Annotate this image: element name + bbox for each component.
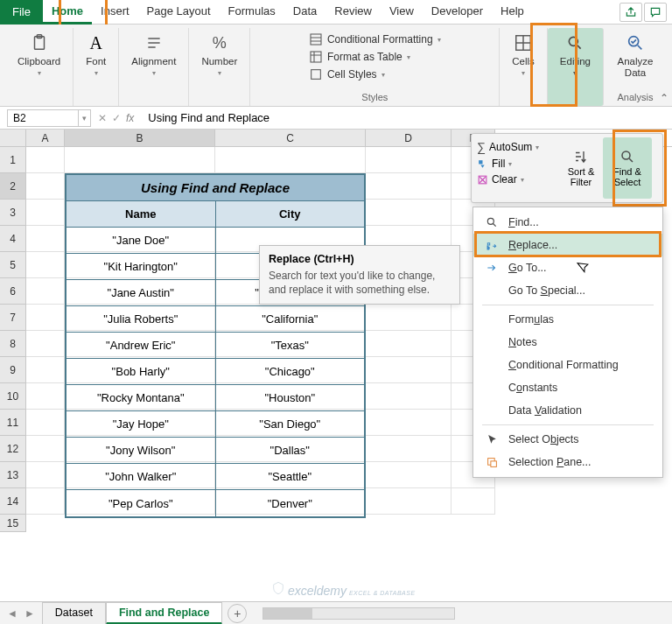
sort-filter-button[interactable]: Sort & Filter bbox=[559, 137, 603, 199]
cell-name[interactable]: "Bob Harly" bbox=[66, 359, 216, 385]
row-header[interactable]: 13 bbox=[0, 462, 26, 488]
sheet-tab-dataset[interactable]: Dataset bbox=[42, 602, 106, 625]
tab-nav-next-icon[interactable]: ► bbox=[24, 607, 35, 620]
cells-icon bbox=[514, 32, 533, 54]
menu-conditional-formatting[interactable]: Conditional Formatting bbox=[473, 354, 662, 376]
row-header[interactable]: 12 bbox=[0, 436, 26, 462]
cell-city[interactable]: "Denver" bbox=[216, 490, 365, 516]
tab-formulas[interactable]: Formulas bbox=[220, 0, 284, 25]
tab-nav-prev-icon[interactable]: ◄ bbox=[7, 607, 18, 620]
row-header[interactable]: 4 bbox=[0, 226, 26, 252]
format-as-table-button[interactable]: Format as Table ▾ bbox=[307, 49, 443, 65]
tab-review[interactable]: Review bbox=[326, 0, 381, 25]
cell-name[interactable]: "Andrew Eric" bbox=[66, 333, 216, 359]
svg-point-6 bbox=[570, 37, 578, 46]
clipboard-button[interactable]: Clipboard ▾ bbox=[12, 30, 66, 79]
collapse-ribbon-icon[interactable]: ⌃ bbox=[660, 92, 668, 104]
menu-data-validation[interactable]: Data Validation bbox=[473, 399, 662, 422]
cancel-icon[interactable]: ✕ bbox=[98, 112, 107, 124]
name-box[interactable]: B2 bbox=[7, 109, 79, 127]
tooltip-title: Replace (Ctrl+H) bbox=[269, 253, 451, 265]
row-header[interactable]: 1 bbox=[0, 147, 26, 173]
cell-name[interactable]: "Jane Austin" bbox=[66, 280, 216, 306]
col-header-c[interactable]: C bbox=[215, 130, 366, 146]
number-button[interactable]: % Number ▾ bbox=[196, 30, 242, 79]
menu-replace[interactable]: bReplace... bbox=[473, 234, 662, 256]
row-header[interactable]: 7 bbox=[0, 305, 26, 331]
search-icon bbox=[620, 149, 635, 165]
sheet-tab-find-replace[interactable]: Find and Replace bbox=[106, 602, 223, 625]
menu-notes[interactable]: Notes bbox=[473, 331, 662, 354]
autosum-button[interactable]: ∑AutoSum ▾ bbox=[475, 139, 559, 155]
formula-input[interactable]: Using Find and Replace bbox=[141, 111, 672, 124]
menu-find[interactable]: Find... bbox=[473, 211, 662, 234]
menu-selection-pane[interactable]: Selection Pane... bbox=[473, 451, 662, 473]
cell-city[interactable]: "Seattle" bbox=[216, 464, 365, 490]
cell-city[interactable]: "Texas" bbox=[216, 333, 365, 359]
row-header[interactable]: 5 bbox=[0, 252, 26, 278]
font-button[interactable]: A Font ▾ bbox=[80, 30, 111, 79]
find-select-button[interactable]: Find & Select bbox=[603, 137, 652, 199]
row-header[interactable]: 14 bbox=[0, 488, 26, 515]
tooltip-body: Search for text you'd like to change, an… bbox=[269, 270, 451, 297]
comments-icon[interactable] bbox=[644, 3, 667, 22]
row-header[interactable]: 9 bbox=[0, 357, 26, 383]
cell-name[interactable]: "John Walker" bbox=[66, 464, 216, 490]
find-select-menu: Find... bReplace... Go To... Go To Speci… bbox=[472, 207, 663, 478]
col-header-b[interactable]: B bbox=[65, 130, 215, 146]
cell-city[interactable]: "Houston" bbox=[216, 385, 365, 411]
row-header[interactable]: 8 bbox=[0, 331, 26, 357]
new-sheet-button[interactable]: + bbox=[228, 604, 247, 623]
cell-name[interactable]: "Jane Doe" bbox=[66, 228, 216, 254]
file-tab[interactable]: File bbox=[0, 0, 43, 25]
cell-name[interactable]: "Julia Roberts" bbox=[66, 306, 216, 333]
cell-name[interactable]: "Jony Wilson" bbox=[66, 438, 216, 464]
cell-styles-button[interactable]: Cell Styles ▾ bbox=[307, 67, 443, 82]
row-header[interactable]: 11 bbox=[0, 410, 26, 436]
horizontal-scrollbar[interactable] bbox=[262, 607, 455, 620]
share-icon[interactable] bbox=[620, 3, 642, 22]
conditional-formatting-button[interactable]: Conditional Formatting ▾ bbox=[307, 32, 443, 47]
cell-name[interactable]: "Jay Hope" bbox=[66, 411, 216, 438]
row-header[interactable]: 15 bbox=[0, 515, 26, 532]
fill-button[interactable]: Fill ▾ bbox=[475, 157, 559, 171]
col-header-d[interactable]: D bbox=[366, 130, 452, 146]
alignment-button[interactable]: Alignment ▾ bbox=[126, 30, 181, 79]
cell-name[interactable]: "Pep Carlos" bbox=[66, 490, 216, 516]
tab-page-layout[interactable]: Page Layout bbox=[138, 0, 220, 25]
fx-icon[interactable]: fx bbox=[126, 112, 134, 124]
group-analysis: Analyze Data Analysis bbox=[604, 28, 667, 106]
select-all-corner[interactable] bbox=[0, 130, 26, 146]
cells-button[interactable]: Cells ▾ bbox=[507, 30, 540, 79]
row-header[interactable]: 2 bbox=[0, 173, 26, 200]
scrollbar-thumb[interactable] bbox=[263, 608, 312, 619]
group-alignment: Alignment ▾ bbox=[119, 28, 189, 106]
cell-city[interactable]: "Chicago" bbox=[216, 359, 365, 385]
row-header[interactable]: 3 bbox=[0, 200, 26, 226]
cell-name[interactable]: "Rocky Montana" bbox=[66, 385, 216, 411]
menu-goto-special[interactable]: Go To Special... bbox=[473, 279, 662, 302]
tab-view[interactable]: View bbox=[381, 0, 423, 25]
row-header[interactable]: 6 bbox=[0, 278, 26, 305]
enter-icon[interactable]: ✓ bbox=[112, 112, 121, 124]
menu-constants[interactable]: Constants bbox=[473, 376, 662, 399]
tab-help[interactable]: Help bbox=[492, 0, 533, 25]
clear-button[interactable]: Clear ▾ bbox=[475, 172, 559, 186]
tab-home[interactable]: Home bbox=[43, 0, 92, 25]
cell-city[interactable]: "San Diego" bbox=[216, 411, 365, 438]
editing-button[interactable]: Editing ▾ bbox=[555, 30, 596, 79]
menu-formulas[interactable]: Formulas bbox=[473, 308, 662, 331]
menu-select-objects[interactable]: Select Objects bbox=[473, 428, 662, 451]
tab-data[interactable]: Data bbox=[284, 0, 326, 25]
tab-insert[interactable]: Insert bbox=[92, 0, 138, 25]
cell-city[interactable]: "Dallas" bbox=[216, 438, 365, 464]
row-header[interactable]: 10 bbox=[0, 383, 26, 410]
cell-name[interactable]: "Kit Harington" bbox=[66, 254, 216, 280]
col-header-a[interactable]: A bbox=[26, 130, 65, 146]
cell-city[interactable]: "California" bbox=[216, 306, 365, 333]
analyze-data-button[interactable]: Analyze Data bbox=[611, 30, 660, 80]
menu-goto[interactable]: Go To... bbox=[473, 256, 662, 279]
namebox-dropdown[interactable]: ▾ bbox=[79, 109, 91, 127]
alignment-icon bbox=[145, 32, 163, 54]
tab-developer[interactable]: Developer bbox=[423, 0, 492, 25]
